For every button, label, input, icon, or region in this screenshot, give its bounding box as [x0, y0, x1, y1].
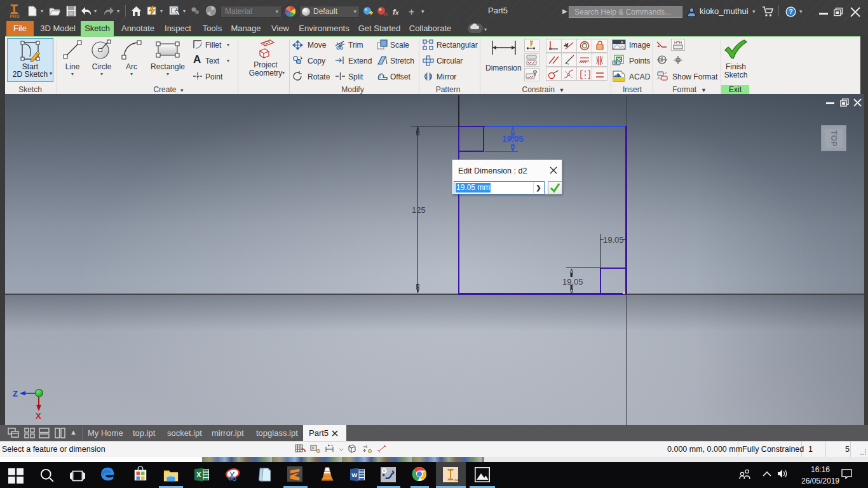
svg-text:H*H: H*H — [674, 40, 682, 44]
svg-text:?: ? — [789, 8, 792, 15]
svg-text:W: W — [351, 471, 358, 478]
svg-text:X: X — [196, 471, 201, 478]
svg-text:CAD: CAD — [454, 478, 458, 482]
